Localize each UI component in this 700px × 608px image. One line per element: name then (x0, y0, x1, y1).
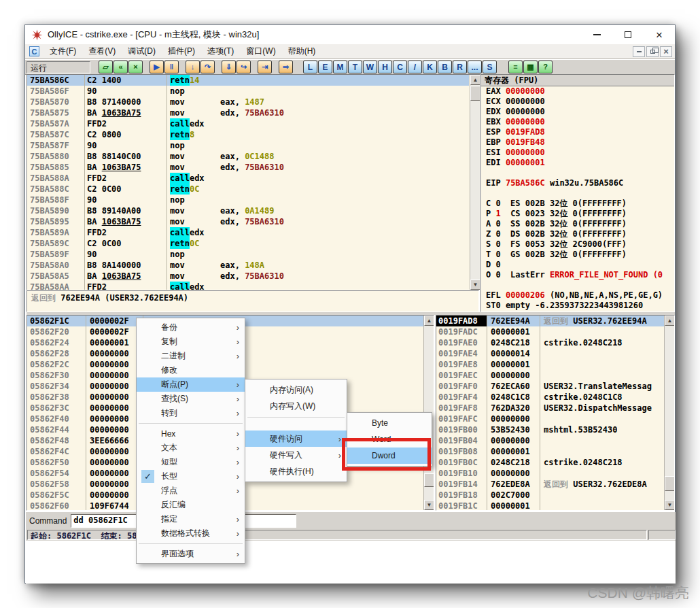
scroll-thumb[interactable] (470, 86, 480, 101)
register-line[interactable] (481, 168, 674, 178)
context-menu-item[interactable]: ✓ › (137, 420, 245, 426)
submenu-item[interactable]: ✓ 硬件访问 › (245, 430, 347, 447)
stack-row[interactable]: 0019FB00 53B52430 mshtml.53B52430 (436, 424, 665, 435)
toolbar-letter-button[interactable]: ... (468, 61, 482, 73)
register-line[interactable]: EDI 00000001 (481, 158, 674, 168)
step-into-button[interactable]: ↓ (186, 61, 200, 73)
context-menu-item[interactable]: ✓ 修改 › (137, 363, 245, 377)
context-menu-item[interactable]: ✓ 浮点 › (137, 484, 245, 498)
toolbar-letter-button[interactable]: C (393, 61, 407, 73)
toolbar-letter-button[interactable]: / (408, 61, 422, 73)
context-menu-item[interactable]: ✓ › (137, 541, 245, 547)
register-line[interactable]: T 0 GS 002B 32位 0(FFFFFFFF) (481, 250, 674, 260)
toolbar-letter-button[interactable]: E (318, 61, 332, 73)
menubar-item[interactable]: 文件(F) (43, 44, 82, 59)
disasm-row[interactable]: 75BA58AA FFD2 calledx (27, 282, 469, 290)
context-menu-item[interactable]: ✓ 指定 › (137, 512, 245, 526)
menubar-item[interactable]: 查看(V) (82, 44, 122, 59)
open-file-button[interactable]: ▱ (99, 61, 113, 73)
register-line[interactable]: ST0 empty -6.2359373223443981260 (481, 301, 674, 311)
disassembly-scrollbar[interactable]: ▲ ▼ (470, 75, 480, 290)
log-window-button[interactable]: ≡ (508, 61, 523, 73)
register-line[interactable]: ESP 0019FAD8 (481, 127, 674, 137)
register-line[interactable] (481, 188, 674, 199)
disasm-row[interactable]: 75BA5875 BA 1063BA75 movedx, 75BA6310 (27, 107, 469, 118)
stack-row[interactable]: 0019FAE4 00000014 (436, 348, 665, 359)
register-line[interactable]: O 0 LastErr ERROR_FILE_NOT_FOUND (0 (481, 270, 674, 280)
disasm-row[interactable]: 75BA589C C2 0C00 retn0C (27, 238, 469, 249)
stack-row[interactable]: 0019FB04 00000000 (436, 435, 665, 446)
context-menu-item[interactable]: ✓ 转到 › (137, 406, 245, 420)
stack-row[interactable]: 0019FB08 00000001 (436, 446, 665, 457)
context-menu-item[interactable]: ✓ 数据格式转换 › (137, 526, 245, 541)
disasm-row[interactable]: 75BA588F 90 nop (27, 195, 469, 205)
stack-row[interactable]: 0019FAD8 762EE94A 返回到 USER32.762EE94A (436, 316, 665, 326)
menubar-item[interactable]: 插件(P) (162, 44, 201, 59)
stack-row[interactable]: 0019FAE0 0248C218 cstrike.0248C218 (436, 337, 665, 348)
disasm-row[interactable]: 75BA588C C2 0C00 retn0C (27, 184, 469, 195)
stack-row[interactable]: 0019FB10 00000000 (436, 468, 665, 479)
register-line[interactable]: D 0 (481, 260, 674, 270)
toolbar-letter-button[interactable]: W (363, 61, 377, 73)
disasm-row[interactable]: 75BA589A FFD2 calledx (27, 227, 469, 238)
menubar-item[interactable]: 帮助(H) (282, 44, 322, 59)
disasm-row[interactable]: 75BA5895 BA 1063BA75 movedx, 75BA6310 (27, 216, 469, 227)
toolbar-letter-button[interactable]: M (333, 61, 347, 73)
stack-row[interactable]: 0019FB14 762EDE8A 返回到 USER32.762EDE8A (436, 479, 665, 490)
scroll-down-button[interactable]: ▼ (665, 500, 675, 510)
stack-row[interactable]: 0019FAFC 00000000 (436, 413, 665, 424)
scroll-down-button[interactable]: ▼ (470, 280, 480, 290)
register-line[interactable] (481, 280, 674, 290)
mdi-minimize-button[interactable] (633, 46, 645, 57)
stack-row[interactable]: 0019FB1C 00000001 (436, 501, 665, 511)
disasm-row[interactable]: 75BA588A FFD2 calledx (27, 173, 469, 184)
disasm-row[interactable]: 75BA58A0 B8 8A140000 moveax, 148A (27, 260, 469, 271)
register-line[interactable]: EIP 75BA586C win32u.75BA586C (481, 178, 674, 188)
stack-row[interactable]: 0019FAF4 0248C1C8 cstrike.0248C1C8 (436, 392, 665, 403)
register-line[interactable]: EFL 00000206 (NO,NB,NE,A,NS,PE,GE,G) (481, 290, 674, 301)
stack-row[interactable]: 0019FB18 002C7000 (436, 490, 665, 501)
maximize-button[interactable] (612, 25, 644, 44)
context-menu-item[interactable]: ✓ 文本 › (137, 441, 245, 455)
context-menu-item[interactable]: ✓ 界面选项 › (137, 547, 245, 561)
register-line[interactable]: P 1 CS 0023 32位 0(FFFFFFFF) (481, 209, 674, 219)
context-menu-item[interactable]: ✓ 长型 › (137, 469, 245, 484)
stack-row[interactable]: 0019FAE8 00000001 (436, 359, 665, 370)
register-line[interactable]: ESI 00000000 (481, 148, 674, 158)
step-over-button[interactable]: ↷ (200, 61, 215, 73)
stack-row[interactable]: 0019FAEC 00000000 (436, 370, 665, 381)
register-line[interactable]: C 0 ES 002B 32位 0(FFFFFFFF) (481, 199, 674, 209)
toolbar-letter-button[interactable]: H (378, 61, 392, 73)
animate-over-button[interactable]: ↪ (237, 61, 251, 73)
go-to-address-button[interactable]: ⇒ (279, 61, 293, 73)
submenu-item[interactable]: ✓ › (245, 414, 347, 430)
disasm-row[interactable]: 75BA587F 90 nop (27, 140, 469, 151)
menubar-item[interactable]: 选项(T) (201, 44, 240, 59)
submenu-item[interactable]: ✓ 内存写入(W) › (245, 398, 347, 414)
submenu-item[interactable]: ✓ 硬件执行(H) › (245, 463, 347, 479)
context-menu-item[interactable]: ✓ 反汇编 › (137, 498, 245, 512)
scroll-down-button[interactable]: ▼ (424, 500, 434, 510)
close-program-button[interactable]: × (128, 61, 143, 73)
disasm-row[interactable]: 75BA5885 BA 1063BA75 movedx, 75BA6310 (27, 162, 469, 173)
disasm-row[interactable]: 75BA586C C2 1400 retn14 (27, 75, 469, 86)
toolbar-letter-button[interactable]: T (348, 61, 362, 73)
context-menu-item[interactable]: ✓ 短型 › (137, 455, 245, 469)
mdi-restore-button[interactable] (646, 46, 659, 57)
disasm-row[interactable]: 75BA5870 B8 87140000 moveax, 1487 (27, 97, 469, 107)
register-line[interactable]: EBX 00000000 (481, 117, 674, 127)
toolbar-letter-button[interactable]: B (438, 61, 452, 73)
stack-row[interactable]: 0019FB0C 0248C218 cstrike.0248C218 (436, 457, 665, 468)
context-menu-item[interactable]: ✓ 复制 › (137, 335, 245, 349)
stack-row[interactable]: 0019FAF8 762DA320 USER32.DispatchMessage (436, 403, 665, 413)
scroll-up-button[interactable]: ▲ (424, 316, 434, 326)
stack-scrollbar[interactable]: ▲ ▼ (664, 316, 675, 510)
context-menu-item[interactable]: ✓ 二进制 › (137, 349, 245, 363)
toolbar-letter-button[interactable]: K (423, 61, 437, 73)
register-line[interactable]: EDX 00000000 (481, 107, 674, 117)
stack-row[interactable]: 0019FAF0 762ECA60 USER32.TranslateMessag (436, 381, 665, 392)
scroll-up-button[interactable]: ▲ (470, 75, 480, 85)
disasm-row[interactable]: 75BA587A FFD2 calledx (27, 118, 469, 129)
disasm-row[interactable]: 75BA589F 90 nop (27, 249, 469, 260)
menubar-item[interactable]: 调试(D) (122, 44, 162, 59)
